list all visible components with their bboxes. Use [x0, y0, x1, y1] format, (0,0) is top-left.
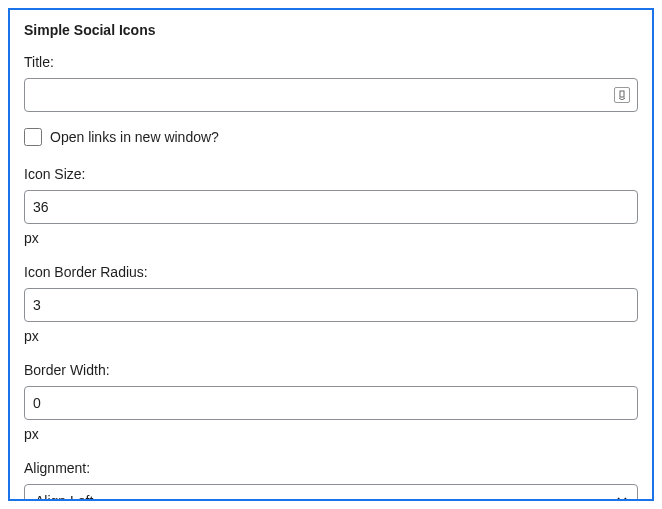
border-radius-label: Icon Border Radius: [24, 264, 638, 280]
alignment-select-wrap: Align Left [24, 484, 638, 501]
title-label: Title: [24, 54, 638, 70]
alignment-label: Alignment: [24, 460, 638, 476]
widget-settings-panel: Simple Social Icons Title: Open links in… [8, 8, 654, 501]
icon-size-label: Icon Size: [24, 166, 638, 182]
border-width-label: Border Width: [24, 362, 638, 378]
panel-title: Simple Social Icons [24, 22, 638, 38]
icon-size-input[interactable] [24, 190, 638, 224]
new-window-checkbox[interactable] [24, 128, 42, 146]
alignment-select[interactable]: Align Left [24, 484, 638, 501]
new-window-label: Open links in new window? [50, 129, 219, 145]
icon-size-unit: px [24, 230, 638, 246]
border-radius-unit: px [24, 328, 638, 344]
title-input-wrap [24, 78, 638, 112]
border-width-unit: px [24, 426, 638, 442]
new-window-row: Open links in new window? [24, 128, 638, 146]
border-radius-input[interactable] [24, 288, 638, 322]
border-width-input[interactable] [24, 386, 638, 420]
title-input[interactable] [24, 78, 638, 112]
